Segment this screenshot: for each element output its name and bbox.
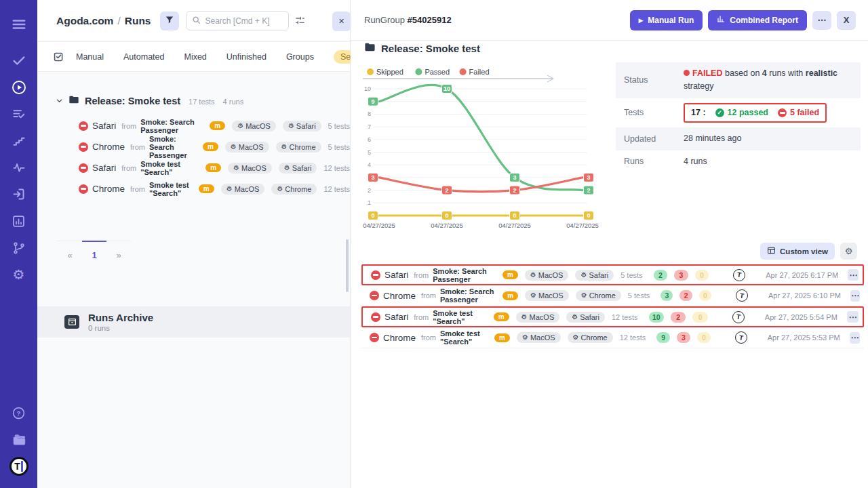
browser-badge: ⚙Safari [575,270,614,281]
status-label: Status [624,75,684,85]
run-tests-count: 12 tests [612,313,638,321]
failed-status-icon [370,291,379,300]
gear-icon: ⚙ [521,314,528,321]
run-table-row[interactable]: Chrome from Smoke: Search Passenger m ⚙M… [361,285,864,306]
summary-row-tests: Tests 17 : ✓12 passed 5 failed [616,98,861,127]
scrollbar[interactable] [346,239,349,292]
pagination-next[interactable]: » [106,241,131,260]
from-label: from [130,185,145,193]
milestones-icon[interactable] [5,127,33,155]
tab-manual[interactable]: Manual [76,52,104,62]
svg-text:?: ? [17,409,21,417]
run-group-row[interactable]: Release: Smoke test 17 tests 4 runs [37,95,350,115]
tree-run-row[interactable]: Chrome from Smoke: Search Passenger m ⚙M… [37,136,350,157]
gear-icon: ⚙ [581,292,587,299]
settings-icon[interactable]: ⚙ [5,262,33,289]
pagination-prev[interactable]: « [58,241,82,260]
run-group-runs-count: 4 runs [223,98,244,106]
tab-groups[interactable]: Groups [286,52,314,62]
from-label: from [121,122,136,130]
bar-chart-icon [717,15,725,25]
tree-run-row[interactable]: Safari from Smoke: Search Passenger m ⚙M… [37,115,350,136]
chevron-down-icon[interactable] [56,95,63,107]
browser-badge: ⚙Chrome [276,142,321,152]
breadcrumb-project[interactable]: Agoda.com [56,15,113,27]
tests-icon[interactable] [5,47,33,75]
test-plans-icon[interactable] [5,101,33,128]
svg-text:7: 7 [368,123,371,130]
gear-icon: ⚙ [277,186,283,192]
more-button[interactable]: ⋯ [812,11,831,30]
menu-icon[interactable] [5,11,33,38]
runs-list-header: Agoda.com / Runs ✕ [37,0,350,42]
run-date: Apr 27, 2025 5:53 PM [768,333,840,342]
tab-unfinished[interactable]: Unfinished [226,52,267,62]
tree-run-row[interactable]: Chrome from Smoke test "Search" m ⚙MacOS… [37,178,350,199]
runs-archive-row[interactable]: Runs Archive 0 runs [37,306,350,338]
search-input[interactable] [205,16,279,26]
skipped-count-pill: 0 [697,332,711,343]
app: ⚙ ? T Agoda.com / Runs [0,0,868,488]
manual-badge: m [502,291,518,300]
testomat-logo-icon: T [735,331,747,344]
run-table-row[interactable]: Safari from Smoke: Search Passenger m ⚙M… [361,264,864,285]
run-table-row[interactable]: Safari from Smoke test "Search" m ⚙MacOS… [361,306,864,327]
gear-icon: ⚙ [281,144,288,150]
run-source: Smoke: Search Passenger [440,287,497,304]
analytics-icon[interactable] [5,208,33,235]
search-box[interactable] [186,11,289,30]
breadcrumb[interactable]: Agoda.com / Runs [56,15,151,27]
table-settings-button[interactable]: ⚙ [840,243,857,260]
run-table-row[interactable]: Chrome from Smoke test "Search" m ⚙MacOS… [361,327,864,348]
manual-run-button[interactable]: ▶ Manual Run [630,10,703,30]
gear-icon: ⚙ [226,186,233,192]
tests-total: 17 : [691,106,706,119]
rungroup-title: RunGroup #54025912 [364,15,452,25]
runs-icon[interactable] [5,74,33,101]
from-label: from [421,291,436,300]
from-label: from [121,164,136,172]
svg-text:Passed: Passed [425,68,450,76]
panel-close-button[interactable]: ✕ [332,12,351,31]
run-tests-count: 5 tests [628,291,650,300]
funnel-icon [165,15,174,26]
passed-count-pill: 2 [654,270,668,281]
close-button[interactable]: X [837,11,856,30]
svg-text:Skipped: Skipped [376,68,403,76]
run-source: Smoke test "Search" [440,329,489,346]
row-more-button[interactable]: ⋯ [850,332,860,344]
tab-mixed[interactable]: Mixed [184,52,206,62]
status-value: FAILED based on 4 runs with realistic st… [684,67,852,94]
browser-badge: ⚙Safari [283,121,321,131]
run-tests-count: 5 tests [328,143,350,151]
svg-text:04/27/2025: 04/27/2025 [363,222,395,229]
tree-run-row[interactable]: Safari from Smoke test "Search" m ⚙MacOS… [37,157,350,178]
run-source: Smoke test "Search" [140,160,200,176]
tab-automated[interactable]: Automated [123,52,164,62]
combined-report-button[interactable]: Combined Report [708,10,807,30]
manual-badge: m [502,270,518,279]
row-more-button[interactable]: ⋯ [847,311,859,323]
pulse-icon[interactable] [5,155,33,182]
select-all-icon[interactable] [53,51,64,62]
projects-icon[interactable] [5,426,33,453]
import-icon[interactable] [5,181,33,208]
row-more-button[interactable]: ⋯ [850,290,860,302]
svg-text:2: 2 [587,187,590,194]
testomat-logo-icon: T [733,269,745,281]
summary-row-updated: Updated 28 minutes ago [616,127,861,150]
help-icon[interactable]: ? [5,400,33,427]
custom-view-button[interactable]: Custom view [760,243,835,260]
gear-icon: ⚙ [233,165,239,171]
rungroup-id: #54025912 [408,15,452,25]
row-more-button[interactable]: ⋯ [848,269,859,281]
tune-icon[interactable] [294,15,306,26]
logo[interactable]: T [5,453,33,481]
branches-icon[interactable] [5,235,33,262]
svg-text:2: 2 [368,187,371,194]
archive-icon [64,315,79,329]
filter-button[interactable] [160,12,179,30]
view-controls: Custom view ⚙ [760,243,857,260]
pagination-page-1[interactable]: 1 [82,241,106,261]
run-source: Smoke: Search Passenger [140,118,204,134]
